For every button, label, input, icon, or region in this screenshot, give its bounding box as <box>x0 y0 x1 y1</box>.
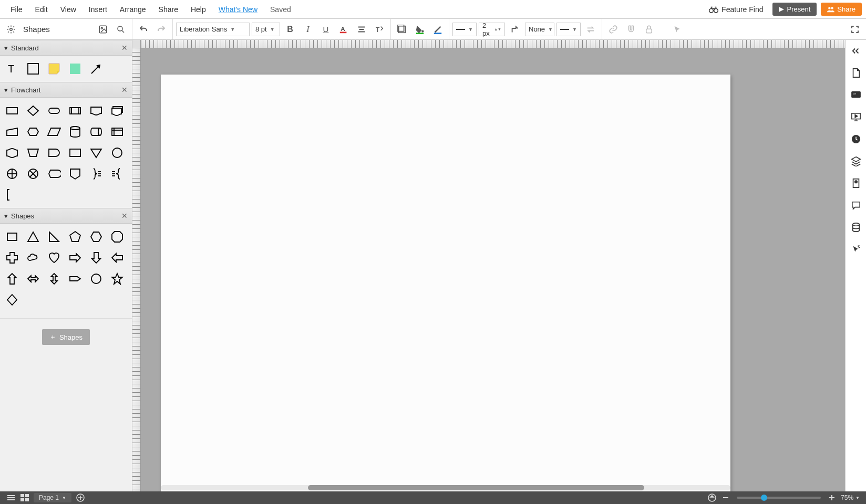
shape-arrow-leftright[interactable] <box>24 270 42 288</box>
lock-button[interactable] <box>641 22 657 37</box>
history-panel-icon[interactable] <box>848 131 864 147</box>
menu-whatsnew[interactable]: What's New <box>212 2 264 17</box>
search-icon[interactable] <box>113 22 129 37</box>
outline-view-button[interactable] <box>4 492 18 503</box>
swap-ends-button[interactable] <box>583 22 599 37</box>
zoom-slider-knob[interactable] <box>761 495 767 501</box>
add-shapes-button[interactable]: ＋ Shapes <box>42 329 90 345</box>
shape-merge[interactable] <box>87 144 105 162</box>
zoom-slider[interactable] <box>737 497 821 499</box>
share-button[interactable]: Share <box>821 3 862 16</box>
text-options-button[interactable]: T <box>372 22 387 37</box>
text-align-button[interactable] <box>354 22 369 37</box>
close-icon[interactable]: ✕ <box>121 86 128 94</box>
comments-panel-icon[interactable]: “” <box>848 87 864 103</box>
close-icon[interactable]: ✕ <box>121 212 128 220</box>
shape-diamond[interactable] <box>3 291 21 309</box>
italic-button[interactable]: I <box>300 22 316 37</box>
add-page-button[interactable] <box>74 492 87 503</box>
underline-button[interactable]: U <box>318 22 334 37</box>
shape-process[interactable] <box>3 102 21 120</box>
zoom-level-select[interactable]: 75% ▼ <box>839 494 862 501</box>
zoom-fit-button[interactable] <box>705 492 719 503</box>
shape-decision[interactable] <box>24 102 42 120</box>
shape-stored-data[interactable] <box>66 144 84 162</box>
line-width-select[interactable]: 2 px ▲▼ <box>479 23 505 36</box>
shape-arrow-left[interactable] <box>108 249 126 267</box>
shape-preparation[interactable] <box>24 123 42 141</box>
shape-terminator[interactable] <box>45 102 63 120</box>
shape-cloud[interactable] <box>24 249 42 267</box>
page-panel-icon[interactable] <box>848 65 864 81</box>
redo-button[interactable] <box>153 22 169 37</box>
shape-brace-left[interactable] <box>108 165 126 183</box>
layers-panel-icon[interactable] <box>848 153 864 169</box>
horizontal-scrollbar[interactable] <box>161 485 730 490</box>
shape-predefined[interactable] <box>66 102 84 120</box>
text-color-button[interactable]: A <box>336 22 352 37</box>
shape-display[interactable] <box>45 165 63 183</box>
shape-sum[interactable] <box>24 165 42 183</box>
shape-multi-document[interactable] <box>108 102 126 120</box>
menu-arrange[interactable]: Arrange <box>114 2 152 17</box>
present-panel-icon[interactable] <box>848 109 864 125</box>
shape-hexagon[interactable] <box>87 228 105 246</box>
shape-offpage[interactable] <box>66 165 84 183</box>
fill-color-button[interactable] <box>412 22 428 37</box>
fullscreen-button[interactable] <box>847 22 863 37</box>
shape-arrow-right[interactable] <box>66 249 84 267</box>
line-style-select[interactable]: ▼ <box>452 23 477 36</box>
menu-insert[interactable]: Insert <box>83 2 114 17</box>
shape-arrow-down[interactable] <box>87 249 105 267</box>
master-panel-icon[interactable] <box>848 175 864 191</box>
actions-panel-icon[interactable] <box>848 242 864 257</box>
link-button[interactable] <box>605 22 621 37</box>
shape-database[interactable] <box>66 123 84 141</box>
shape-arrow-up[interactable] <box>3 270 21 288</box>
shape-data[interactable] <box>45 123 63 141</box>
zoom-in-button[interactable] <box>825 492 839 503</box>
shape-note-yellow[interactable] <box>45 60 63 78</box>
shape-star[interactable] <box>108 270 126 288</box>
shape-rectangle[interactable] <box>24 60 42 78</box>
menu-file[interactable]: File <box>4 2 29 17</box>
section-flowchart-header[interactable]: ▾ Flowchart ✕ <box>0 82 132 98</box>
arrow-end-select[interactable]: ▼ <box>556 23 581 36</box>
chat-panel-icon[interactable] <box>848 197 864 213</box>
shape-arrow-line[interactable] <box>87 60 105 78</box>
section-standard-header[interactable]: ▾ Standard ✕ <box>0 40 132 56</box>
shape-arrow-updown[interactable] <box>45 270 63 288</box>
data-panel-icon[interactable] <box>848 219 864 235</box>
shape-note-bracket[interactable] <box>3 186 21 204</box>
menu-edit[interactable]: Edit <box>29 2 54 17</box>
page-selector[interactable]: Page 1 ▼ <box>34 493 71 502</box>
image-icon[interactable] <box>95 22 111 37</box>
section-shapes-header[interactable]: ▾ Shapes ✕ <box>0 208 132 224</box>
ruler-horizontal[interactable] <box>141 40 845 48</box>
shape-callout-right[interactable] <box>66 270 84 288</box>
shape-block-green[interactable] <box>66 60 84 78</box>
shape-heart[interactable] <box>45 249 63 267</box>
shape-or[interactable] <box>3 165 21 183</box>
present-button[interactable]: Present <box>772 3 817 16</box>
shape-internal-storage[interactable] <box>108 123 126 141</box>
undo-button[interactable] <box>136 22 151 37</box>
shape-manual-op[interactable] <box>24 144 42 162</box>
shapes-gear-icon[interactable] <box>3 22 19 37</box>
shape-triangle[interactable] <box>24 228 42 246</box>
shape-circle[interactable] <box>87 270 105 288</box>
shape-octagon[interactable] <box>108 228 126 246</box>
feature-find-button[interactable]: Feature Find <box>704 5 768 14</box>
font-size-select[interactable]: 8 pt ▼ <box>252 23 280 36</box>
shape-fill-button[interactable] <box>394 22 410 37</box>
shape-pentagon[interactable] <box>66 228 84 246</box>
canvas-viewport[interactable] <box>141 48 845 491</box>
shape-direct-data[interactable] <box>87 123 105 141</box>
canvas-page[interactable] <box>161 75 730 491</box>
grid-view-button[interactable] <box>18 492 32 503</box>
shape-square[interactable] <box>3 228 21 246</box>
arrow-start-select[interactable]: None ▼ <box>525 23 554 36</box>
shape-text[interactable]: T <box>3 60 21 78</box>
zoom-out-button[interactable] <box>719 492 733 503</box>
shape-manual-input[interactable] <box>3 123 21 141</box>
